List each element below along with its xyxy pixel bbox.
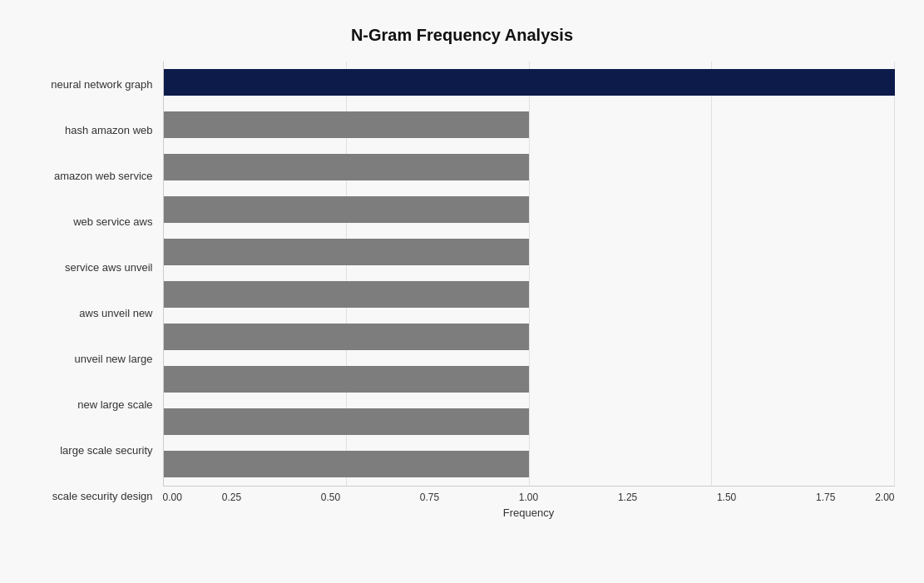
x-tick-label: 1.00 [479, 492, 578, 503]
x-ticks-wrapper: 0.000.250.500.751.001.251.501.752.00 [163, 487, 895, 503]
x-tick-label: 1.25 [578, 492, 677, 503]
bar [164, 408, 530, 435]
x-tick-label: 0.00 [163, 492, 182, 503]
bar-row [164, 362, 895, 397]
y-axis-label: scale security design [52, 491, 153, 501]
x-tick-label: 0.75 [380, 492, 479, 503]
y-axis-label: new large scale [77, 399, 152, 410]
bar [164, 111, 530, 138]
chart-area: neural network graphhash amazon webamazo… [30, 62, 895, 519]
y-axis-label: aws unveil new [79, 308, 152, 319]
x-tick-label: 1.75 [776, 492, 875, 503]
bar-row [164, 65, 895, 100]
bar [164, 154, 530, 180]
bar-row [164, 404, 895, 439]
bar [164, 196, 530, 223]
bar [164, 69, 895, 96]
bar [164, 366, 530, 393]
bars-and-x: 0.000.250.500.751.001.251.501.752.00 Fre… [163, 62, 895, 519]
y-axis-label: service aws unveil [65, 262, 153, 273]
x-tick-label: 1.50 [677, 492, 776, 503]
bar [164, 324, 530, 350]
y-axis-label: amazon web service [54, 170, 153, 181]
bars-section [163, 62, 895, 486]
bar-row [164, 277, 895, 312]
bar [164, 281, 530, 308]
bar [164, 239, 530, 265]
x-axis: 0.000.250.500.751.001.251.501.752.00 Fre… [163, 486, 895, 519]
y-axis-label: web service aws [73, 216, 152, 227]
bar [164, 451, 530, 477]
y-axis-label: large scale security [60, 445, 152, 456]
chart-title: N-Gram Frequency Analysis [30, 26, 895, 45]
y-axis-label: unveil new large [75, 353, 153, 364]
x-tick-label: 0.50 [281, 492, 380, 503]
x-tick-label: 2.00 [875, 492, 894, 503]
bar-row [164, 192, 895, 227]
bar-row [164, 107, 895, 142]
bar-row [164, 150, 895, 185]
bar-row [164, 235, 895, 269]
y-axis-label: hash amazon web [65, 125, 153, 136]
chart-container: N-Gram Frequency Analysis neural network… [13, 9, 912, 575]
bar-row [164, 447, 895, 482]
x-axis-label: Frequency [163, 506, 895, 519]
bar-row [164, 319, 895, 354]
y-axis-labels: neural network graphhash amazon webamazo… [30, 62, 163, 519]
y-axis-label: neural network graph [51, 79, 152, 90]
x-tick-label: 0.25 [182, 492, 281, 503]
